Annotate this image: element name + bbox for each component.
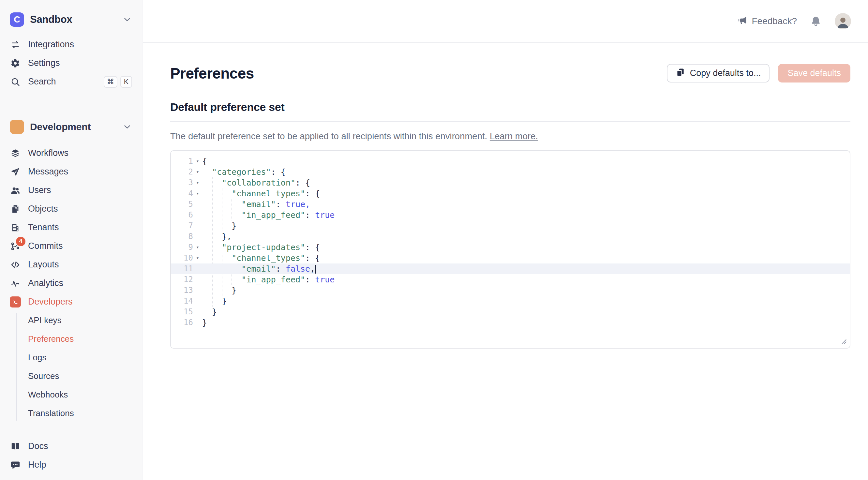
sidebar-item-users[interactable]: Users: [0, 181, 142, 200]
fold-arrow-icon[interactable]: ▾: [193, 253, 202, 264]
sidebar-item-developers[interactable]: Developers: [0, 293, 142, 311]
code-line[interactable]: 14 }: [171, 296, 850, 306]
code-line[interactable]: 5 "email": true,: [171, 199, 850, 210]
sidebar-item-search[interactable]: Search⌘K: [0, 72, 142, 91]
workspace-logo: C: [10, 12, 24, 27]
code-line[interactable]: 9▾ "project-updates": {: [171, 242, 850, 253]
fold-spacer: [193, 220, 202, 231]
code-line[interactable]: 1▾{: [171, 156, 850, 167]
fold-arrow-icon[interactable]: ▾: [193, 188, 202, 199]
code-text: "email": true,: [202, 199, 310, 210]
sidebar-nav-environment: WorkflowsMessagesUsersObjectsTenants4Com…: [0, 144, 142, 311]
code-line[interactable]: 13 }: [171, 285, 850, 296]
developers-sub-list: API keysPreferencesLogsSourcesWebhooksTr…: [0, 311, 142, 423]
sidebar-item-label: Settings: [28, 58, 60, 68]
fold-arrow-icon[interactable]: ▾: [193, 177, 202, 188]
chevron-down-icon: [122, 15, 132, 25]
fold-spacer: [193, 306, 202, 317]
search-icon: [10, 76, 21, 87]
fold-spacer: [193, 296, 202, 306]
code-text: }: [202, 296, 227, 306]
code-line[interactable]: 16}: [171, 317, 850, 328]
sidebar-item-label: Messages: [28, 167, 68, 177]
line-number: 6: [171, 210, 193, 220]
line-number: 10: [171, 253, 193, 264]
fold-arrow-icon[interactable]: ▾: [193, 156, 202, 167]
json-code-editor[interactable]: 1▾{2▾ "categories": {3▾ "collaboration":…: [170, 150, 850, 349]
fold-spacer: [193, 264, 202, 274]
sidebar-item-messages[interactable]: Messages: [0, 162, 142, 181]
environment-switcher[interactable]: Development: [0, 118, 142, 135]
sidebar-item-label: Search: [28, 77, 56, 87]
sidebar-item-workflows[interactable]: Workflows: [0, 144, 142, 162]
sidebar-item-label: Help: [28, 460, 46, 470]
resize-handle-icon[interactable]: [839, 336, 847, 346]
code-text: "channel_types": {: [202, 188, 320, 199]
feedback-label: Feedback?: [752, 16, 797, 26]
sidebar: C Sandbox IntegrationsSettingsSearch⌘K D…: [0, 0, 143, 480]
line-number: 3: [171, 177, 193, 188]
feedback-button[interactable]: Feedback?: [738, 15, 797, 27]
code-line[interactable]: 15 }: [171, 306, 850, 317]
fold-spacer: [193, 274, 202, 285]
shortcut-key: K: [120, 76, 132, 88]
sidebar-item-tenants[interactable]: Tenants: [0, 218, 142, 237]
sidebar-item-label: Developers: [28, 297, 73, 307]
code-line[interactable]: 6 "in_app_feed": true: [171, 210, 850, 220]
line-number: 5: [171, 199, 193, 210]
save-defaults-button[interactable]: Save defaults: [778, 64, 850, 83]
sidebar-item-objects[interactable]: Objects: [0, 200, 142, 218]
workspace-name: Sandbox: [30, 14, 72, 25]
line-number: 4: [171, 188, 193, 199]
objects-icon: [10, 204, 21, 215]
top-bar: Feedback?: [143, 0, 868, 43]
user-avatar[interactable]: [835, 13, 851, 29]
copy-icon: [676, 67, 685, 79]
workspace-switcher[interactable]: C Sandbox: [0, 11, 142, 28]
learn-more-link[interactable]: Learn more.: [490, 131, 538, 141]
line-number: 14: [171, 296, 193, 306]
code-line[interactable]: 12 "in_app_feed": true: [171, 274, 850, 285]
sidebar-subitem-logs[interactable]: Logs: [0, 348, 142, 367]
sidebar-item-label: Layouts: [28, 260, 59, 270]
sidebar-item-settings[interactable]: Settings: [0, 54, 142, 72]
copy-defaults-button[interactable]: Copy defaults to...: [667, 64, 770, 83]
sidebar-subitem-translations[interactable]: Translations: [0, 404, 142, 423]
shortcut-key: ⌘: [104, 76, 117, 88]
code-line[interactable]: 4▾ "channel_types": {: [171, 188, 850, 199]
sidebar-item-help[interactable]: Help: [0, 455, 142, 474]
code-lines: 1▾{2▾ "categories": {3▾ "collaboration":…: [171, 156, 850, 328]
sidebar-item-integrations[interactable]: Integrations: [0, 35, 142, 54]
line-number: 16: [171, 317, 193, 328]
keyboard-shortcut: ⌘K: [104, 76, 132, 88]
line-number: 9: [171, 242, 193, 253]
code-text: "channel_types": {: [202, 253, 320, 264]
fold-spacer: [193, 317, 202, 328]
line-number: 13: [171, 285, 193, 296]
notifications-bell-button[interactable]: [810, 15, 822, 27]
megaphone-icon: [738, 15, 747, 27]
sidebar-item-analytics[interactable]: Analytics: [0, 274, 142, 293]
sidebar-item-layouts[interactable]: Layouts: [0, 255, 142, 274]
text-cursor: [315, 265, 316, 274]
code-line[interactable]: 7 }: [171, 220, 850, 231]
sidebar-subitem-webhooks[interactable]: Webhooks: [0, 385, 142, 404]
fold-arrow-icon[interactable]: ▾: [193, 242, 202, 253]
sidebar-subitem-preferences[interactable]: Preferences: [0, 330, 142, 348]
code-line[interactable]: 10▾ "channel_types": {: [171, 253, 850, 264]
line-number: 8: [171, 231, 193, 242]
fold-arrow-icon[interactable]: ▾: [193, 167, 202, 177]
code-text: },: [202, 231, 231, 242]
sidebar-item-label: Commits: [28, 241, 63, 251]
sidebar-subitem-api-keys[interactable]: API keys: [0, 311, 142, 330]
fold-spacer: [193, 210, 202, 220]
code-text: "collaboration": {: [202, 177, 310, 188]
sidebar-subitem-sources[interactable]: Sources: [0, 367, 142, 385]
code-line[interactable]: 2▾ "categories": {: [171, 167, 850, 177]
code-line[interactable]: 11 "email": false,: [171, 264, 850, 274]
code-line[interactable]: 3▾ "collaboration": {: [171, 177, 850, 188]
code-line[interactable]: 8 },: [171, 231, 850, 242]
sidebar-item-commits[interactable]: 4Commits: [0, 237, 142, 255]
sidebar-item-docs[interactable]: Docs: [0, 437, 142, 455]
code-text: {: [202, 156, 207, 167]
